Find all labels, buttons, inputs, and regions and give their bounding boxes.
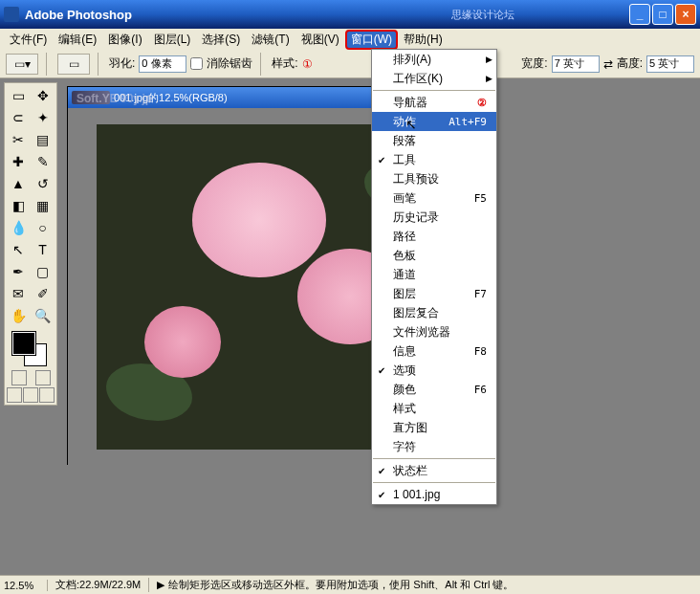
history-brush-tool[interactable]: ↺ [32, 173, 55, 194]
annotation-1: ① [302, 57, 313, 71]
dodge-tool[interactable]: ○ [32, 217, 55, 238]
window-menu-dropdown: 排列(A)▶ 工作区(K)▶ 导航器② 动作Alt+F9 段落 ✔工具 工具预设… [371, 49, 497, 505]
canvas-watermark: Soft.YE 90y.jp [77, 92, 152, 105]
height-label: 高度: [617, 55, 643, 72]
play-icon: ▶ [157, 579, 164, 590]
menu-options[interactable]: ✔选项 [372, 361, 496, 380]
app-icon [4, 7, 19, 22]
menu-window[interactable]: 窗口(W) [345, 30, 398, 50]
menu-layer[interactable]: 图层(L) [148, 30, 197, 50]
eyedropper-tool[interactable]: ✐ [32, 283, 55, 304]
style-label: 样式: [272, 55, 297, 72]
options-bar: ▭▾ ▭ 羽化: 消除锯齿 样式: ① 宽度: ⇄ 高度: [0, 50, 700, 78]
heal-tool[interactable]: ✚ [7, 151, 30, 172]
menu-swatches[interactable]: 色板 [372, 246, 496, 265]
menu-actions[interactable]: 动作Alt+F9 [372, 112, 496, 131]
crop-tool[interactable]: ✂ [7, 129, 30, 150]
menu-doc-1[interactable]: ✔1 001.jpg [372, 485, 496, 504]
menu-channels[interactable]: 通道 [372, 265, 496, 284]
menu-image[interactable]: 图像(I) [102, 30, 147, 50]
wand-tool[interactable]: ✦ [32, 107, 55, 128]
antialias-label: 消除锯齿 [207, 55, 252, 72]
watermark-text: 思缘设计论坛 [451, 8, 514, 22]
doc-size[interactable]: 文档:22.9M/22.9M [48, 578, 149, 592]
marquee-tool[interactable]: ▭ [7, 85, 30, 106]
menu-history[interactable]: 历史记录 [372, 208, 496, 227]
menu-layers[interactable]: 图层F7 [372, 284, 496, 303]
path-tool[interactable]: ↖ [7, 239, 30, 260]
pen-tool[interactable]: ✒ [7, 261, 30, 282]
menu-layer-comps[interactable]: 图层复合 [372, 303, 496, 322]
menu-histogram[interactable]: 直方图 [372, 418, 496, 437]
menu-filter[interactable]: 滤镜(T) [246, 30, 295, 50]
slice-tool[interactable]: ▤ [32, 129, 55, 150]
screen-mode-row [7, 387, 55, 403]
type-tool[interactable]: T [32, 239, 55, 260]
menu-statusbar[interactable]: ✔状态栏 [372, 461, 496, 480]
selection-mode[interactable]: ▭ [57, 54, 90, 75]
menu-view[interactable]: 视图(V) [295, 30, 345, 50]
app-title: Adobe Photoshop [25, 8, 451, 22]
statusbar: 12.5% 文档:22.9M/22.9M ▶绘制矩形选区或移动选区外框。要用附加… [0, 575, 700, 594]
status-hint: ▶绘制矩形选区或移动选区外框。要用附加选项，使用 Shift、Alt 和 Ctr… [149, 578, 700, 592]
menu-tools[interactable]: ✔工具 [372, 150, 496, 169]
feather-input[interactable] [139, 55, 186, 73]
blur-tool[interactable]: 💧 [7, 217, 30, 238]
screen-mode-1[interactable] [7, 387, 22, 403]
menu-tool-presets[interactable]: 工具预设 [372, 169, 496, 188]
standard-mode[interactable] [11, 370, 27, 385]
menu-styles[interactable]: 样式 [372, 399, 496, 418]
screen-mode-3[interactable] [39, 387, 55, 403]
antialias-checkbox[interactable] [190, 57, 203, 70]
swap-icon[interactable]: ⇄ [603, 57, 613, 71]
move-tool[interactable]: ✥ [32, 85, 55, 106]
menu-select[interactable]: 选择(S) [196, 30, 246, 50]
brush-tool[interactable]: ✎ [32, 151, 55, 172]
width-label: 宽度: [521, 55, 547, 72]
width-input[interactable] [552, 55, 600, 73]
lasso-tool[interactable]: ⊂ [7, 107, 30, 128]
menu-brushes[interactable]: 画笔F5 [372, 188, 496, 208]
menu-edit[interactable]: 编辑(E) [53, 30, 102, 50]
height-input[interactable] [646, 55, 694, 73]
menu-color[interactable]: 颜色F6 [372, 380, 496, 399]
marquee-tool-preset[interactable]: ▭▾ [6, 54, 38, 75]
titlebar: Adobe Photoshop 思缘设计论坛 _ □ × [0, 0, 700, 29]
maximize-button[interactable]: □ [652, 4, 673, 25]
quickmask-mode[interactable] [35, 370, 51, 385]
toolbox: ▭ ✥ ⊂ ✦ ✂ ▤ ✚ ✎ ▲ ↺ ◧ ▦ 💧 ○ ↖ T ✒ ▢ ✉ ✐ … [4, 82, 57, 406]
notes-tool[interactable]: ✉ [7, 283, 30, 304]
color-swatch [7, 330, 55, 368]
foreground-color[interactable] [12, 332, 35, 355]
stamp-tool[interactable]: ▲ [7, 173, 30, 194]
menu-help[interactable]: 帮助(H) [398, 30, 448, 50]
menu-navigator[interactable]: 导航器② [372, 93, 496, 112]
menu-paragraph[interactable]: 段落 [372, 131, 496, 150]
menu-file-browser[interactable]: 文件浏览器 [372, 322, 496, 341]
hand-tool[interactable]: ✋ [7, 305, 30, 326]
screen-mode-2[interactable] [23, 387, 38, 403]
menu-paths[interactable]: 路径 [372, 227, 496, 246]
menubar: 文件(F) 编辑(E) 图像(I) 图层(L) 选择(S) 滤镜(T) 视图(V… [0, 29, 700, 50]
zoom-level[interactable]: 12.5% [0, 580, 48, 591]
close-button[interactable]: × [675, 4, 696, 25]
quick-mask-row [7, 370, 55, 385]
window-buttons: _ □ × [629, 4, 696, 25]
eraser-tool[interactable]: ◧ [7, 195, 30, 216]
zoom-tool[interactable]: 🔍 [32, 305, 55, 326]
menu-character[interactable]: 字符 [372, 437, 496, 456]
menu-file[interactable]: 文件(F) [4, 30, 53, 50]
shape-tool[interactable]: ▢ [32, 261, 55, 282]
menu-info[interactable]: 信息F8 [372, 341, 496, 361]
menu-workspace[interactable]: 工作区(K)▶ [372, 69, 496, 88]
minimize-button[interactable]: _ [629, 4, 650, 25]
feather-label: 羽化: [109, 55, 135, 72]
menu-arrange[interactable]: 排列(A)▶ [372, 50, 496, 69]
gradient-tool[interactable]: ▦ [32, 195, 55, 216]
